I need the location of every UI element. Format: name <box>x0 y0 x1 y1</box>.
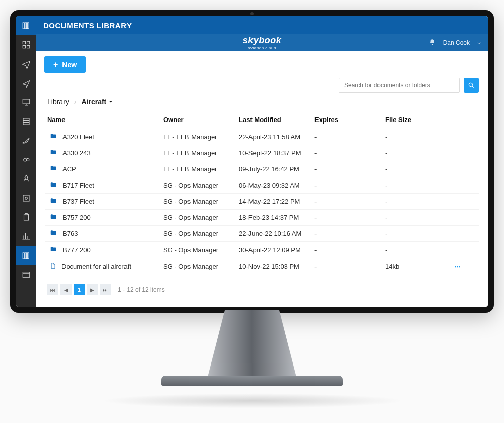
svg-rect-8 <box>23 118 29 125</box>
documents-table: Name Owner Last Modified Expires File Si… <box>45 111 479 275</box>
table-row[interactable]: B757 200 SG - Ops Manager 18-Feb-23 14:3… <box>45 210 479 226</box>
search-input[interactable] <box>339 78 460 93</box>
row-size: - <box>385 214 446 221</box>
folder-icon <box>49 213 57 222</box>
new-button[interactable]: + New <box>44 56 86 73</box>
row-expires: - <box>314 133 385 141</box>
row-owner: FL - EFB Manager <box>163 133 239 141</box>
svg-rect-2 <box>27 23 29 29</box>
row-expires: - <box>314 230 385 237</box>
sidebar-takeoff-icon[interactable] <box>16 131 36 150</box>
row-size: - <box>385 230 446 237</box>
user-menu-chevron-icon[interactable] <box>477 40 482 45</box>
folder-icon <box>49 246 57 254</box>
row-modified: 14-May-22 17:22 PM <box>239 198 314 205</box>
svg-rect-15 <box>25 253 27 259</box>
sidebar-window-icon[interactable] <box>16 265 36 284</box>
dropdown-caret-icon[interactable] <box>108 98 113 106</box>
sidebar-clipboard-icon[interactable] <box>16 208 36 227</box>
sidebar-pin-icon[interactable] <box>16 169 36 189</box>
row-owner: SG - Ops Manager <box>163 246 239 254</box>
folder-icon <box>49 181 57 190</box>
svg-point-18 <box>469 83 472 86</box>
row-size: - <box>385 198 446 205</box>
row-expires: - <box>314 149 385 157</box>
folder-icon <box>49 197 57 206</box>
table-row[interactable]: B717 Fleet SG - Ops Manager 06-May-23 09… <box>45 177 479 194</box>
user-name[interactable]: Dan Cook <box>443 39 470 46</box>
table-row[interactable]: B763 SG - Ops Manager 22-June-22 10:16 A… <box>45 226 479 242</box>
svg-rect-10 <box>23 195 29 201</box>
row-owner: FL - EFB Manager <box>163 165 239 173</box>
monitor-shadow <box>101 393 403 408</box>
row-size: - <box>385 182 446 189</box>
plus-icon: + <box>53 61 58 69</box>
sidebar-library-icon[interactable] <box>16 16 36 35</box>
sidebar-plane2-icon[interactable] <box>16 74 36 93</box>
table-row[interactable]: Document for all aircraft SG - Ops Manag… <box>45 258 479 275</box>
breadcrumb: Library › Aircraft <box>36 95 488 108</box>
page-title: DOCUMENTS LIBRARY <box>43 21 132 30</box>
page-last-button[interactable]: ⏭ <box>100 284 111 295</box>
svg-rect-7 <box>23 99 30 104</box>
notifications-icon[interactable] <box>429 39 436 47</box>
svg-rect-6 <box>27 46 30 48</box>
row-expires: - <box>314 246 385 254</box>
sidebar-chart-icon[interactable] <box>16 227 36 246</box>
row-modified: 10-Nov-22 15:03 PM <box>239 263 314 270</box>
row-name: B757 200 <box>62 214 91 221</box>
page-first-button[interactable]: ⏮ <box>47 284 58 295</box>
sidebar-docs-icon[interactable] <box>16 246 36 265</box>
row-owner: SG - Ops Manager <box>163 263 239 270</box>
row-expires: - <box>314 214 385 221</box>
folder-icon <box>49 149 57 157</box>
sidebar-plane-icon[interactable] <box>16 54 36 74</box>
col-modified[interactable]: Last Modified <box>239 116 314 124</box>
page-next-button[interactable]: ▶ <box>87 284 98 295</box>
svg-rect-17 <box>23 272 30 278</box>
table-row[interactable]: B737 Fleet SG - Ops Manager 14-May-22 17… <box>45 194 479 210</box>
sidebar-board-icon[interactable] <box>16 93 36 112</box>
table-row[interactable]: B777 200 SG - Ops Manager 30-April-22 12… <box>45 242 479 258</box>
svg-rect-0 <box>23 23 24 29</box>
row-name: B717 Fleet <box>62 182 94 189</box>
row-modified: 18-Feb-23 14:37 PM <box>239 214 314 221</box>
sidebar-grid-icon[interactable] <box>16 35 36 54</box>
sidebar-list-icon[interactable] <box>16 112 36 131</box>
col-expires[interactable]: Expires <box>314 116 385 124</box>
breadcrumb-current[interactable]: Aircraft <box>81 98 113 106</box>
monitor-stand <box>207 310 297 381</box>
table-row[interactable]: A330 243 FL - EFB Manager 10-Sept-22 18:… <box>45 145 479 161</box>
page-current-button[interactable]: 1 <box>74 284 85 295</box>
row-modified: 06-May-23 09:32 AM <box>239 182 314 189</box>
col-size[interactable]: File Size <box>385 116 446 124</box>
row-name: Document for all aircraft <box>61 263 131 270</box>
row-modified: 22-June-22 10:16 AM <box>239 230 314 237</box>
sidebar-safe-icon[interactable] <box>16 189 36 208</box>
sidebar-weather-icon[interactable] <box>16 150 36 169</box>
breadcrumb-root[interactable]: Library <box>47 98 69 106</box>
folder-icon <box>49 229 57 238</box>
folder-icon <box>49 165 57 173</box>
svg-rect-5 <box>23 46 25 48</box>
row-name: A320 Fleet <box>62 133 94 141</box>
search-button[interactable] <box>464 78 479 93</box>
row-owner: SG - Ops Manager <box>163 182 239 189</box>
svg-point-11 <box>25 197 28 200</box>
page-prev-button[interactable]: ◀ <box>60 284 72 295</box>
svg-rect-16 <box>27 253 29 259</box>
row-modified: 10-Sept-22 18:37 PM <box>239 149 314 157</box>
table-row[interactable]: ACP FL - EFB Manager 09-July-22 16:42 PM… <box>45 161 479 177</box>
monitor-frame: DOCUMENTS LIBRARY skybook aviation cloud… <box>10 10 494 313</box>
row-more-button[interactable]: ⋯ <box>446 263 461 270</box>
chevron-right-icon: › <box>74 98 77 106</box>
row-owner: SG - Ops Manager <box>163 214 239 221</box>
svg-point-9 <box>24 158 27 161</box>
brand-bar: skybook aviation cloud Dan Cook <box>36 34 488 51</box>
page-title-bar: DOCUMENTS LIBRARY <box>36 16 488 34</box>
col-name[interactable]: Name <box>47 116 163 124</box>
table-row[interactable]: A320 Fleet FL - EFB Manager 22-April-23 … <box>45 129 479 145</box>
col-owner[interactable]: Owner <box>163 116 239 124</box>
folder-icon <box>49 133 57 141</box>
row-modified: 30-April-22 12:09 PM <box>239 246 314 254</box>
